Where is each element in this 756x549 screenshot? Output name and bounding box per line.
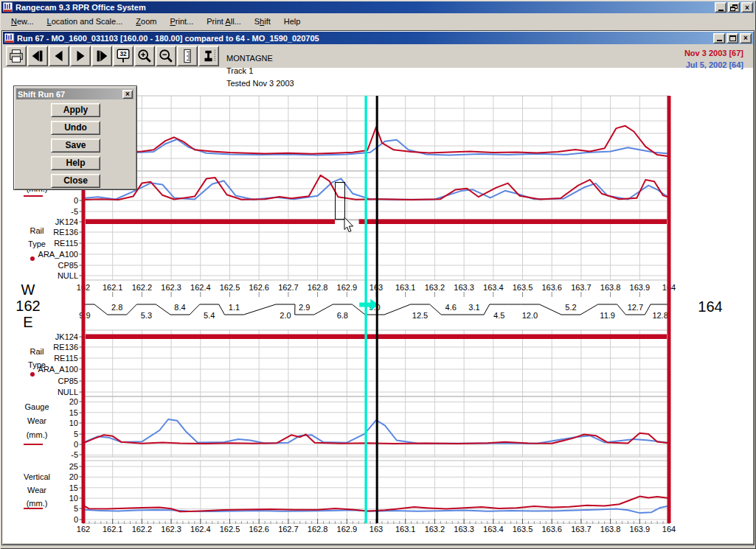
vertical-wear-label-line3: (mm.) <box>19 499 55 508</box>
gauge-wear-label-line3: (mm.) <box>19 430 55 439</box>
menu-bar: New...Location and Scale...ZoomPrint...P… <box>1 13 755 29</box>
milepost-marker-right: 164 <box>688 298 732 315</box>
run-titlebar: Run 67 - MO_1600_031103 [160.00 - 180.00… <box>3 32 753 44</box>
rail-type-top-label-line2: Type <box>19 239 55 248</box>
run-window-icon <box>4 33 15 43</box>
zoom-out-icon <box>158 48 174 64</box>
menu-item-zoom[interactable]: Zoom <box>129 15 163 29</box>
vertical-wear-label-line2: Wear <box>19 486 55 494</box>
direction-east: E <box>7 314 49 330</box>
rail-type-bottom-label-line1: Rail <box>19 347 55 356</box>
print-icon <box>8 48 24 64</box>
forward-icon <box>72 48 89 64</box>
speed-limit-button[interactable]: 32 <box>113 46 133 66</box>
rail-type-bottom-label-line2: Type <box>19 360 55 369</box>
run-minimize-button[interactable] <box>713 33 725 43</box>
vertical-wear-label-line1: Vertical <box>19 472 55 481</box>
svg-text:32: 32 <box>119 51 127 57</box>
close-button[interactable]: Close <box>51 174 100 188</box>
rail-profile-button[interactable] <box>198 46 219 66</box>
back-icon <box>51 48 67 64</box>
rail-type-bottom-legend-dot <box>30 372 35 377</box>
menu-item-print[interactable]: Print... <box>163 15 200 29</box>
shift-dialog: Shift Run 67 × ApplyUndoSaveHelpClose <box>13 85 137 190</box>
menu-item-new[interactable]: New... <box>4 15 41 29</box>
toolbar: 32 <box>3 44 753 68</box>
date-legend: Nov 3 2003 [67]Jul 5, 2002 [64] <box>647 47 743 71</box>
gauge-wear-legend-line <box>24 444 43 445</box>
gauge-wear-label-line1: Gauge <box>19 402 55 411</box>
menu-item-location-and-scale[interactable]: Location and Scale... <box>41 15 130 29</box>
menu-item-shift[interactable]: Shift <box>248 15 277 29</box>
main-window-title: Rangecam 9.3 RPR Office System <box>15 3 146 12</box>
tested-date: Tested Nov 3 2003 <box>226 77 294 90</box>
direction-west: W <box>7 282 49 298</box>
gauge-wear-label-line2: Wear <box>19 416 55 425</box>
main-titlebar: Rangecam 9.3 RPR Office System × <box>1 1 755 13</box>
step-forward-button[interactable] <box>91 46 112 66</box>
run-window-title: Run 67 - MO_1600_031103 [160.00 - 180.00… <box>17 34 319 43</box>
rail-type-top-legend-dot <box>30 256 35 261</box>
speed-limit-icon: 32 <box>115 48 131 64</box>
app-icon <box>3 2 13 13</box>
restore-button[interactable] <box>728 2 740 13</box>
close-button[interactable]: × <box>741 2 753 13</box>
step-back-button[interactable] <box>27 46 48 66</box>
back-button[interactable] <box>49 46 69 66</box>
selection-rectangle <box>335 182 345 220</box>
forward-button[interactable] <box>70 46 91 66</box>
mouse-cursor-icon <box>344 217 356 233</box>
ruler-button[interactable] <box>177 46 198 66</box>
shift-dialog-title: Shift Run 67 <box>18 90 65 99</box>
ruler-icon <box>179 48 195 64</box>
shift-dialog-titlebar[interactable]: Shift Run 67 × <box>16 88 134 99</box>
rail-type-top-label-line1: Rail <box>19 226 55 235</box>
legend-date-run67: Nov 3 2003 [67] <box>647 47 743 59</box>
run-maximize-button[interactable] <box>726 33 738 43</box>
apply-button[interactable]: Apply <box>51 103 100 117</box>
zoom-out-button[interactable] <box>156 46 176 66</box>
step-back-icon <box>30 48 46 64</box>
vertical-wear-legend-line <box>24 508 43 509</box>
shift-dialog-close-button[interactable]: × <box>122 90 133 99</box>
milepost-marker-left: W 162 E <box>7 282 49 330</box>
menu-item-help[interactable]: Help <box>277 15 308 29</box>
run-close-button[interactable]: × <box>740 33 752 43</box>
undo-button[interactable]: Undo <box>51 121 100 135</box>
zoom-in-icon <box>136 48 153 64</box>
top-gauge-legend-line <box>24 195 43 197</box>
run-header: MONTAGNE Track 1 Tested Nov 3 2003 <box>226 52 294 90</box>
menu-item-print-all[interactable]: Print All... <box>200 15 247 29</box>
rail-profile-icon <box>201 48 217 64</box>
track-name: Track 1 <box>226 65 294 77</box>
milepost-left-value: 162 <box>7 298 49 314</box>
help-button[interactable]: Help <box>51 156 100 170</box>
print-button[interactable] <box>6 46 27 66</box>
minimize-button[interactable] <box>715 2 726 13</box>
location-name: MONTAGNE <box>226 52 294 65</box>
save-button[interactable]: Save <box>51 139 100 153</box>
legend-date-run64: Jul 5, 2002 [64] <box>647 59 743 71</box>
step-forward-icon <box>94 48 110 64</box>
zoom-in-button[interactable] <box>134 46 155 66</box>
